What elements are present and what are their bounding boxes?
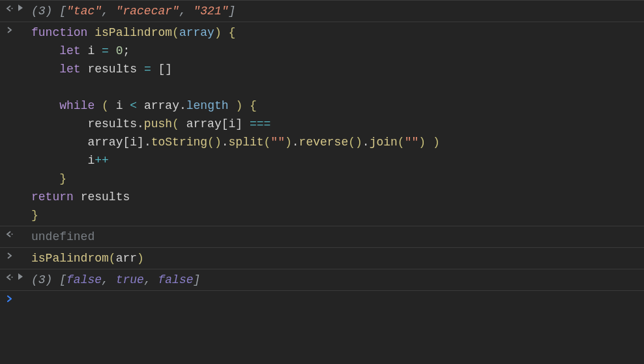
input-indicator-icon (3, 23, 17, 35)
console-result-row: undefined (0, 226, 644, 247)
console-result-row: (3) ["tac", "racecar", "321"] (0, 0, 644, 22)
svg-point-2 (12, 277, 13, 278)
console-input-row: isPalindrom(arr) (0, 247, 644, 269)
expand-icon[interactable] (17, 271, 29, 281)
console-prompt-row[interactable] (0, 290, 644, 305)
result-array[interactable]: (3) ["tac", "racecar", "321"] (29, 2, 644, 20)
prompt-indicator-icon (3, 292, 17, 303)
console-input-row: function isPalindrom(array) { let i = 0;… (0, 22, 644, 226)
output-indicator-icon (3, 2, 17, 13)
call-expression[interactable]: isPalindrom(arr) (29, 249, 644, 267)
svg-point-0 (12, 8, 13, 9)
console-result-row: (3) [false, true, false] (0, 269, 644, 290)
code-block[interactable]: function isPalindrom(array) { let i = 0;… (29, 23, 644, 224)
expand-icon[interactable] (17, 2, 29, 12)
output-indicator-icon (3, 271, 17, 282)
result-array[interactable]: (3) [false, true, false] (29, 271, 644, 289)
input-indicator-icon (3, 249, 17, 260)
output-indicator-icon (3, 228, 17, 239)
svg-point-1 (12, 234, 13, 235)
undefined-result: undefined (29, 228, 644, 246)
